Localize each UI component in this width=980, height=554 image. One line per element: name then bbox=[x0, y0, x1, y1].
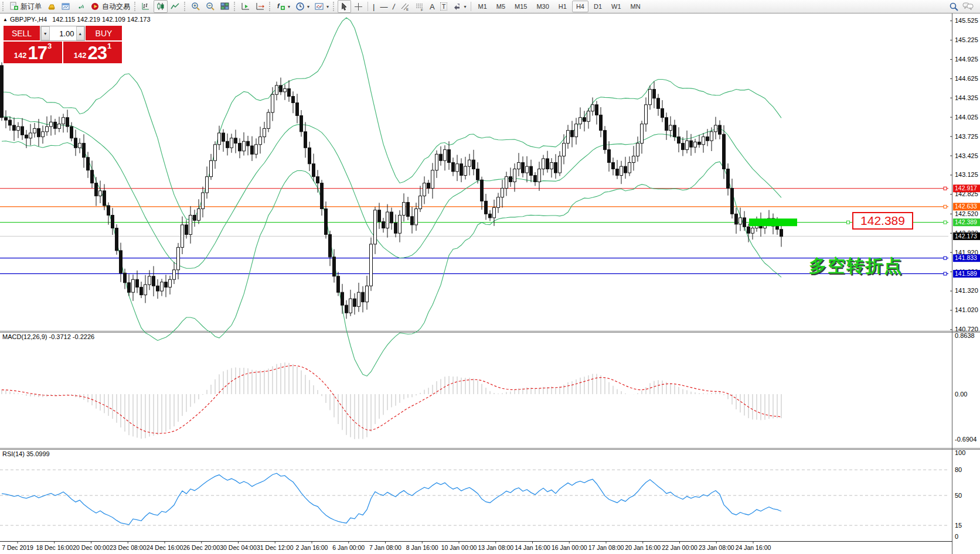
hline-tool-button[interactable]: — bbox=[377, 0, 390, 13]
sell-price[interactable]: 142173 bbox=[4, 42, 62, 63]
channel-tool-button[interactable]: E bbox=[398, 0, 412, 13]
signals-button[interactable] bbox=[74, 0, 88, 13]
volume-input[interactable] bbox=[50, 26, 76, 40]
periods-button[interactable]: ▾ bbox=[293, 0, 312, 13]
vline-icon: | bbox=[373, 2, 375, 11]
timeframe-m1[interactable]: M1 bbox=[474, 1, 491, 12]
timeframe-m30[interactable]: M30 bbox=[532, 1, 553, 12]
bar-chart-style-button[interactable] bbox=[139, 0, 153, 13]
sell-price-point: 3 bbox=[47, 43, 52, 49]
market-watch-button[interactable] bbox=[45, 0, 59, 13]
group-handle bbox=[269, 2, 272, 11]
text-tool-button[interactable]: A bbox=[427, 0, 437, 13]
text-label-tool-button[interactable]: T bbox=[438, 0, 450, 13]
candle-chart-style-button[interactable] bbox=[154, 0, 168, 13]
chart-shift-icon bbox=[256, 2, 265, 11]
template-icon bbox=[315, 2, 324, 11]
svg-text:18 Dec 16:00: 18 Dec 16:00 bbox=[36, 544, 73, 551]
svg-text:15: 15 bbox=[955, 522, 962, 529]
symbol-ohlc: 142.115 142.219 142.109 142.173 bbox=[52, 16, 150, 23]
chat-icon[interactable] bbox=[962, 2, 974, 11]
buy-button[interactable]: BUY bbox=[86, 26, 122, 41]
buy-price-base: 142 bbox=[74, 49, 87, 62]
group-handle bbox=[333, 2, 336, 11]
svg-text:142.633: 142.633 bbox=[955, 203, 977, 210]
buy-price-point: 1 bbox=[107, 43, 111, 49]
svg-text:141.320: 141.320 bbox=[955, 287, 978, 294]
mt4-window: 新订单 自动交易 bbox=[0, 0, 980, 554]
svg-text:6 Jan 00:00: 6 Jan 00:00 bbox=[332, 544, 365, 551]
volume-increase-button[interactable]: ▲ bbox=[76, 26, 85, 40]
timeframe-w1[interactable]: W1 bbox=[607, 1, 625, 12]
volume-decrease-button[interactable]: ▼ bbox=[41, 26, 50, 40]
dropdown-arrow: ▾ bbox=[464, 4, 466, 9]
trendline-tool-button[interactable]: / bbox=[390, 0, 397, 13]
svg-text:145.225: 145.225 bbox=[955, 36, 978, 43]
svg-text:-0.6904: -0.6904 bbox=[955, 436, 976, 443]
timeframe-m15[interactable]: M15 bbox=[511, 1, 531, 12]
autotrade-button[interactable]: 自动交易 bbox=[89, 0, 132, 13]
arrows-icon bbox=[452, 2, 461, 11]
svg-text:144.325: 144.325 bbox=[955, 94, 978, 101]
tile-windows-button[interactable] bbox=[218, 0, 232, 13]
autotrade-icon bbox=[91, 2, 100, 11]
group-handle bbox=[134, 2, 137, 11]
rsi-label: RSI(14) 35.0999 bbox=[2, 450, 50, 457]
charts-button[interactable] bbox=[59, 0, 73, 13]
cursor-tool-button[interactable] bbox=[338, 0, 351, 13]
svg-text:144.025: 144.025 bbox=[955, 114, 978, 121]
trendline-icon: / bbox=[392, 2, 396, 11]
one-click-trading-panel: SELL ▼ ▲ BUY 142173 142231 bbox=[4, 26, 122, 63]
svg-text:0.00: 0.00 bbox=[955, 391, 967, 398]
line-chart-style-button[interactable] bbox=[168, 0, 182, 13]
toolbar-right bbox=[949, 2, 979, 12]
svg-text:141.020: 141.020 bbox=[955, 306, 978, 313]
crosshair-tool-button[interactable] bbox=[352, 0, 365, 13]
volume-control: ▼ ▲ bbox=[40, 26, 85, 41]
chart-shift-button[interactable] bbox=[253, 0, 267, 13]
new-order-button[interactable]: 新订单 bbox=[7, 0, 44, 13]
fibonacci-tool-button[interactable]: F bbox=[413, 0, 427, 13]
svg-text:143.725: 143.725 bbox=[955, 133, 978, 140]
svg-text:0.8638: 0.8638 bbox=[955, 332, 975, 339]
indicators-button[interactable]: f ▾ bbox=[274, 0, 292, 13]
svg-text:8 Jan 16:00: 8 Jan 16:00 bbox=[406, 544, 438, 551]
price-annotation-box[interactable]: 142.389 bbox=[852, 212, 913, 230]
timeframe-mn[interactable]: MN bbox=[627, 1, 645, 12]
new-order-label: 新订单 bbox=[21, 2, 42, 12]
svg-text:144.925: 144.925 bbox=[955, 56, 978, 63]
timeframe-d1[interactable]: D1 bbox=[590, 1, 606, 12]
separator bbox=[368, 2, 368, 11]
zoom-out-button[interactable] bbox=[203, 0, 217, 13]
autotrade-label: 自动交易 bbox=[102, 2, 130, 12]
search-icon[interactable] bbox=[949, 2, 959, 12]
sell-button[interactable]: SELL bbox=[4, 26, 40, 41]
auto-scroll-button[interactable] bbox=[239, 0, 253, 13]
zoom-in-button[interactable] bbox=[189, 0, 203, 13]
svg-text:7 Dec 2019: 7 Dec 2019 bbox=[2, 544, 33, 551]
arrows-tool-button[interactable]: ▾ bbox=[450, 0, 468, 13]
svg-text:145.525: 145.525 bbox=[955, 17, 978, 24]
timeframe-h4[interactable]: H4 bbox=[572, 1, 588, 12]
crosshair-icon bbox=[354, 2, 363, 11]
collapse-arrow-icon[interactable]: ▲ bbox=[3, 17, 8, 22]
timeframe-bar: M1M5M15M30H1H4D1W1MN bbox=[474, 1, 644, 12]
svg-text:143.125: 143.125 bbox=[955, 171, 978, 178]
svg-text:24 Dec 16:00: 24 Dec 16:00 bbox=[147, 544, 183, 551]
main-toolbar: 新订单 自动交易 bbox=[0, 0, 980, 13]
templates-button[interactable]: ▾ bbox=[312, 0, 331, 13]
svg-text:50: 50 bbox=[955, 492, 962, 499]
svg-text:143.425: 143.425 bbox=[955, 152, 978, 159]
svg-text:142.917: 142.917 bbox=[955, 184, 977, 191]
turning-point-note[interactable]: 多空转折点 bbox=[809, 254, 903, 278]
hline-icon: — bbox=[380, 2, 387, 11]
cursor-icon bbox=[340, 2, 349, 11]
svg-text:141.833: 141.833 bbox=[955, 254, 977, 261]
buy-price[interactable]: 142231 bbox=[63, 42, 122, 63]
vline-tool-button[interactable]: | bbox=[370, 0, 377, 13]
svg-text:31 Dec 12:00: 31 Dec 12:00 bbox=[257, 544, 294, 551]
new-order-icon bbox=[9, 2, 19, 11]
timeframe-m5[interactable]: M5 bbox=[492, 1, 509, 12]
timeframe-h1[interactable]: H1 bbox=[554, 1, 571, 12]
fibonacci-icon: F bbox=[415, 2, 424, 11]
